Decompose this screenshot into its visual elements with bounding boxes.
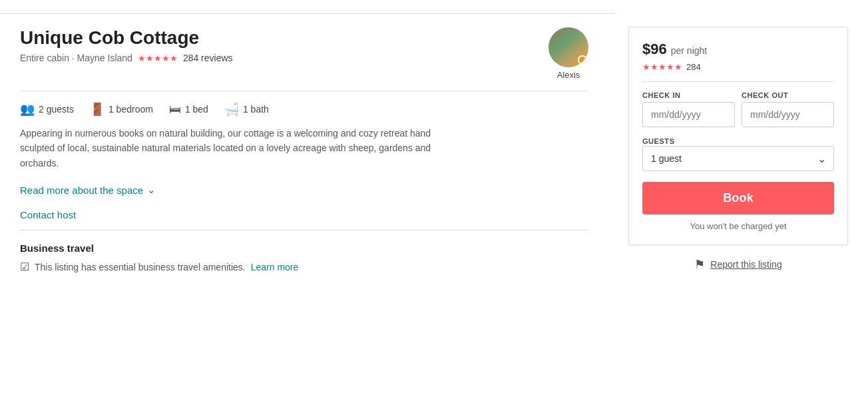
bath-amenity: 🛁 1 bath [224, 102, 269, 117]
host-avatar-area: Alexis [548, 27, 588, 80]
host-name: Alexis [557, 70, 580, 80]
checkout-input[interactable] [742, 102, 834, 127]
guests-amenity: 👥 2 guests [20, 102, 74, 117]
learn-more-link[interactable]: Learn more [251, 262, 299, 272]
price-amount: $96 [642, 41, 667, 58]
bedroom-label: 1 bedroom [108, 104, 153, 115]
listing-title: Unique Cob Cottage [20, 27, 233, 49]
business-travel-text: This listing has essential business trav… [35, 262, 246, 272]
business-travel-title: Business travel [20, 242, 588, 254]
listing-stars: ★★★★★ [138, 53, 178, 63]
business-travel-section: Business travel ☑ This listing has essen… [20, 230, 588, 273]
contact-host-link[interactable]: Contact host [20, 209, 588, 220]
checkin-label: Check In [642, 91, 735, 99]
listing-details-panel: Unique Cob Cottage Entire cabin · Mayne … [0, 13, 615, 407]
card-reviews-count: 284 [686, 62, 701, 72]
checkin-input[interactable] [642, 102, 735, 127]
flag-icon: ⚑ [694, 257, 705, 272]
card-stars: ★★★★★ [642, 62, 682, 72]
bed-label: 1 bed [185, 104, 208, 115]
checkout-group: Check Out [742, 91, 834, 127]
guests-label: 2 guests [39, 104, 74, 115]
divider-1 [20, 91, 588, 91]
guests-select[interactable]: 1 guest 2 guests [642, 146, 834, 171]
report-listing-row: ⚑ Report this listing [628, 257, 848, 272]
bedroom-amenity: 🚪 1 bedroom [90, 102, 153, 117]
listing-header: Unique Cob Cottage Entire cabin · Mayne … [20, 27, 588, 80]
book-button-label: Book [723, 191, 754, 204]
listing-description: Appearing in numerous books on natural b… [20, 126, 446, 171]
rating-row: ★★★★★ 284 [642, 62, 834, 82]
chevron-down-icon: ⌄ [147, 184, 156, 196]
guests-icon: 👥 [20, 102, 35, 117]
read-more-link[interactable]: Read more about the space ⌄ [20, 184, 156, 196]
read-more-label: Read more about the space [20, 185, 143, 196]
booking-card: $96 per night ★★★★★ 284 Check In Check O… [628, 27, 848, 245]
briefcase-icon: ☑ [20, 260, 29, 273]
guests-group: Guests 1 guest 2 guests ⌄ [642, 135, 834, 171]
avatar [548, 27, 588, 67]
avatar-badge [578, 55, 587, 65]
bed-amenity: 🛏 1 bed [169, 103, 208, 117]
no-charge-text: You won't be charged yet [642, 221, 834, 231]
per-night-label: per night [671, 45, 707, 56]
booking-panel: $96 per night ★★★★★ 284 Check In Check O… [615, 13, 868, 407]
bath-icon: 🛁 [224, 102, 239, 117]
learn-more-label: Learn more [251, 262, 299, 272]
price-row: $96 per night [642, 41, 834, 58]
business-travel-description: ☑ This listing has essential business tr… [20, 260, 588, 273]
guests-select-wrapper: 1 guest 2 guests ⌄ [642, 146, 834, 171]
amenities-row: 👥 2 guests 🚪 1 bedroom 🛏 1 bed 🛁 1 bath [20, 102, 588, 117]
listing-type-location: Entire cabin · Mayne Island [20, 53, 132, 63]
guests-form-label: Guests [642, 137, 675, 145]
checkin-group: Check In [642, 91, 735, 127]
bath-label: 1 bath [243, 104, 269, 115]
report-listing-label: Report this listing [710, 259, 781, 270]
book-button[interactable]: Book [642, 182, 834, 214]
report-listing-link[interactable]: Report this listing [710, 259, 781, 270]
listing-subtitle: Entire cabin · Mayne Island ★★★★★ 284 re… [20, 53, 233, 63]
listing-info: Unique Cob Cottage Entire cabin · Mayne … [20, 27, 233, 63]
bedroom-icon: 🚪 [90, 102, 105, 117]
contact-host-label: Contact host [20, 209, 76, 220]
bed-icon: 🛏 [169, 103, 181, 117]
checkout-label: Check Out [742, 91, 834, 99]
date-inputs-row: Check In Check Out [642, 91, 834, 127]
listing-reviews-count: 284 reviews [183, 53, 233, 63]
